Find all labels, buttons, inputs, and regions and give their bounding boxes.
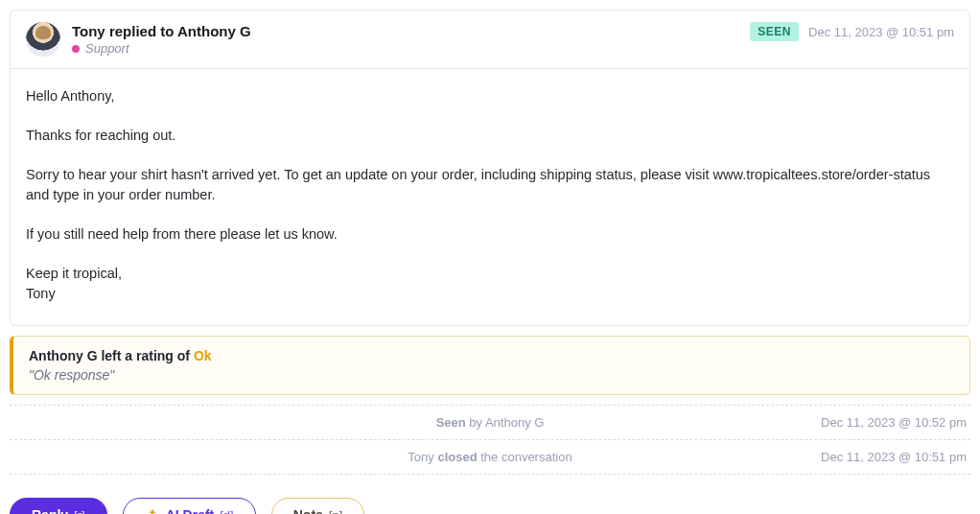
author-avatar (26, 22, 60, 57)
body-paragraph: Keep it tropical, Tony (26, 264, 954, 304)
rating-value: Ok (194, 348, 212, 363)
channel-line: Support (72, 41, 251, 56)
ai-draft-shortcut: [d] (220, 508, 233, 514)
note-button[interactable]: Note [n] (271, 498, 365, 514)
header-left: Tony replied to Anthony G Support (26, 22, 251, 57)
seen-timestamp: Dec 11, 2023 @ 10:52 pm (775, 415, 967, 430)
message-card: Tony replied to Anthony G Support SEEN D… (10, 10, 970, 326)
message-timestamp: Dec 11, 2023 @ 10:51 pm (808, 25, 954, 39)
seen-label: Seen (436, 415, 470, 430)
closed-verb: closed (437, 450, 477, 464)
rating-prefix: Anthony G left a rating of (29, 348, 194, 363)
rating-card: Anthony G left a rating of Ok "Ok respon… (10, 336, 970, 395)
status-badge: SEEN (750, 22, 799, 41)
channel-dot-icon (72, 45, 80, 53)
ai-draft-label: AI Draft (166, 507, 215, 514)
closed-event-row: Tony closed the conversation Dec 11, 202… (10, 440, 970, 475)
ai-draft-button[interactable]: AI Draft [d] (123, 498, 256, 514)
sparkle-icon (145, 507, 160, 514)
body-paragraph: Hello Anthony, (26, 86, 954, 106)
closed-suffix: the conversation (478, 450, 572, 464)
closed-actor: Tony (408, 450, 437, 464)
action-bar: Reply [r] AI Draft [d] Note [n] (10, 475, 970, 514)
author-name: Tony (72, 23, 105, 39)
rating-quote: "Ok response" (29, 367, 954, 383)
header-right: SEEN Dec 11, 2023 @ 10:51 pm (750, 22, 954, 41)
message-body: Hello Anthony, Thanks for reaching out. … (11, 69, 969, 325)
closed-timestamp: Dec 11, 2023 @ 10:51 pm (775, 450, 967, 464)
reply-shortcut: [r] (74, 508, 85, 514)
seen-event-row: Seen by Anthony G Dec 11, 2023 @ 10:52 p… (10, 405, 970, 440)
recipient-name: Anthony G (177, 23, 251, 39)
message-header: Tony replied to Anthony G Support SEEN D… (11, 11, 969, 69)
closed-event-text: Tony closed the conversation (205, 450, 775, 464)
note-shortcut: [n] (329, 508, 342, 514)
body-paragraph: Sorry to hear your shirt hasn't arrived … (26, 165, 954, 205)
body-paragraph: Thanks for reaching out. (26, 126, 954, 146)
rating-title: Anthony G left a rating of Ok (29, 348, 954, 363)
seen-event-text: Seen by Anthony G (205, 415, 775, 430)
conversation-wrap: Tony replied to Anthony G Support SEEN D… (0, 0, 980, 514)
seen-by: by Anthony G (469, 415, 544, 430)
body-paragraph: If you still need help from there please… (26, 224, 954, 245)
reply-label: Reply (32, 507, 68, 514)
channel-label: Support (85, 41, 129, 56)
action-verb: replied to (109, 23, 175, 39)
note-label: Note (293, 507, 323, 514)
reply-button[interactable]: Reply [r] (10, 498, 107, 514)
message-title: Tony replied to Anthony G (72, 23, 251, 39)
header-titles: Tony replied to Anthony G Support (72, 23, 251, 56)
